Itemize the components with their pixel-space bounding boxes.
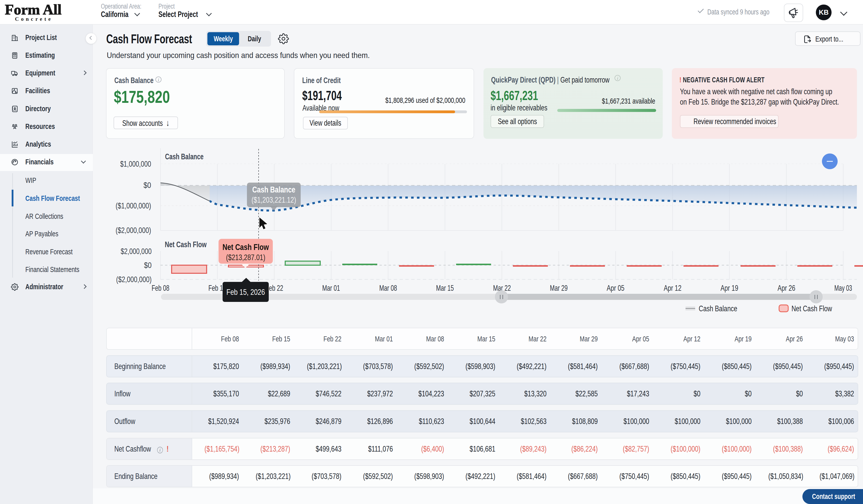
svg-text:Mar 29: Mar 29 (550, 284, 568, 293)
svg-text:Cash Balance: Cash Balance (699, 304, 737, 313)
svg-text:Feb 08: Feb 08 (152, 284, 170, 293)
svg-text:($1,000,000): ($1,000,000) (116, 201, 151, 210)
svg-text:Cash Balance: Cash Balance (252, 185, 295, 194)
svg-text:Apr 12: Apr 12 (664, 284, 681, 293)
svg-text:($213,287.01): ($213,287.01) (226, 253, 265, 262)
svg-text:($2,000,000): ($2,000,000) (116, 226, 151, 235)
svg-text:$1,000,000: $1,000,000 (120, 159, 151, 168)
svg-text:$0: $0 (143, 181, 151, 190)
svg-text:$2,000,000: $2,000,000 (121, 247, 152, 256)
svg-text:Apr 05: Apr 05 (607, 284, 624, 293)
svg-text:Feb 15, 2026: Feb 15, 2026 (226, 287, 265, 297)
svg-text:May 03: May 03 (834, 284, 852, 293)
svg-text:Net Cash Flow: Net Cash Flow (165, 240, 207, 249)
svg-text:Net Cash Flow: Net Cash Flow (791, 304, 832, 313)
svg-text:Mar 08: Mar 08 (379, 284, 397, 293)
svg-text:Apr 26: Apr 26 (778, 284, 795, 293)
svg-text:Cash Balance: Cash Balance (165, 152, 203, 161)
svg-text:($2,000,000): ($2,000,000) (116, 275, 152, 284)
svg-text:Apr 19: Apr 19 (721, 284, 738, 293)
svg-text:Mar 01: Mar 01 (322, 284, 340, 293)
svg-text:$0: $0 (144, 261, 152, 270)
svg-text:($1,203,221.12): ($1,203,221.12) (251, 195, 296, 204)
svg-text:Mar 15: Mar 15 (436, 284, 454, 293)
svg-text:Net Cash Flow: Net Cash Flow (223, 242, 269, 252)
